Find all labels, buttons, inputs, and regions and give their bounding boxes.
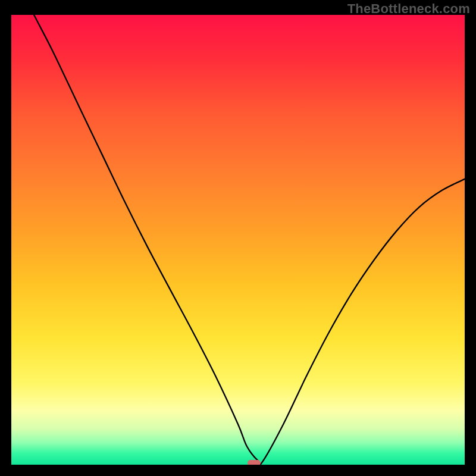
chart-frame: TheBottleneck.com [0, 0, 476, 476]
min-marker-icon [248, 460, 261, 465]
watermark-text: TheBottleneck.com [347, 1, 470, 17]
plot-area [11, 15, 465, 465]
bottleneck-curve [11, 15, 465, 465]
